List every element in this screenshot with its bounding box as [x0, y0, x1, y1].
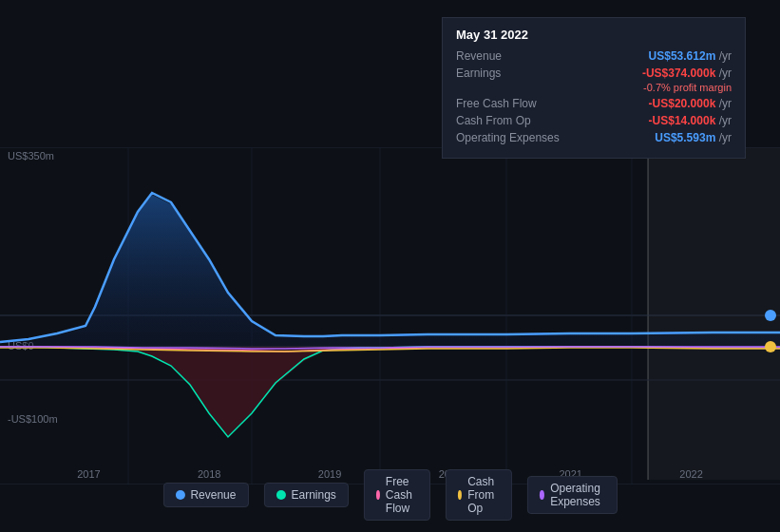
tooltip-cfo-label: Cash From Op [456, 114, 570, 127]
tooltip-revenue-value: US$53.612m /yr [649, 49, 732, 63]
legend-fcf[interactable]: Free Cash Flow [364, 469, 430, 521]
tooltip-earnings-label: Earnings [456, 66, 570, 80]
tooltip-revenue-row: Revenue US$53.612m /yr [456, 49, 732, 63]
legend-label-revenue: Revenue [190, 488, 236, 502]
legend-opex[interactable]: Operating Expenses [527, 476, 618, 514]
tooltip-revenue-label: Revenue [456, 49, 570, 63]
legend-revenue[interactable]: Revenue [162, 483, 248, 507]
tooltip-margin: -0.7% profit margin [456, 82, 732, 93]
legend-dot-revenue [175, 490, 184, 500]
legend-dot-cfo [458, 490, 462, 500]
legend-dot-earnings [276, 490, 285, 500]
tooltip-opex-row: Operating Expenses US$5.593m /yr [456, 131, 732, 144]
tooltip-opex-label: Operating Expenses [456, 131, 570, 144]
tooltip-fcf-value: -US$20.000k /yr [649, 97, 732, 110]
tooltip-fcf-label: Free Cash Flow [456, 97, 570, 110]
legend-earnings[interactable]: Earnings [263, 483, 348, 507]
legend-dot-opex [540, 490, 544, 500]
tooltip-cfo-value: -US$14.000k /yr [649, 114, 732, 127]
tooltip-opex-value: US$5.593m /yr [655, 131, 732, 144]
tooltip-date: May 31 2022 [456, 28, 732, 42]
tooltip-fcf-row: Free Cash Flow -US$20.000k /yr [456, 97, 732, 110]
indicator-revenue [765, 310, 776, 321]
legend-label-opex: Operating Expenses [550, 482, 604, 508]
legend-label-cfo: Cash From Op [467, 475, 500, 515]
legend-dot-fcf [376, 490, 380, 500]
main-chart[interactable] [0, 147, 780, 484]
chart-legend: Revenue Earnings Free Cash Flow Cash Fro… [162, 469, 617, 521]
legend-label-fcf: Free Cash Flow [386, 475, 418, 515]
indicator-cfo [765, 341, 776, 352]
tooltip-earnings-row: Earnings -US$374.000k /yr [456, 66, 732, 80]
tooltip-cfo-row: Cash From Op -US$14.000k /yr [456, 114, 732, 127]
tooltip-earnings-value: -US$374.000k /yr [642, 66, 732, 80]
x-label-2022: 2022 [679, 468, 702, 480]
legend-cfo[interactable]: Cash From Op [446, 469, 512, 521]
x-label-2017: 2017 [77, 468, 100, 480]
tooltip-panel: May 31 2022 Revenue US$53.612m /yr Earni… [442, 17, 746, 159]
legend-label-earnings: Earnings [291, 488, 335, 502]
